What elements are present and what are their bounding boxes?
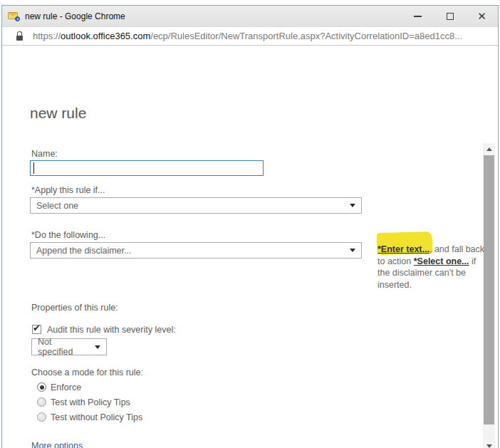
lock-icon[interactable]: [16, 31, 24, 41]
url-domain: outlook.office365.com: [61, 31, 150, 41]
properties-label: Properties of this rule:: [31, 303, 118, 313]
radio-enforce[interactable]: [37, 382, 46, 392]
url-path: /ecp/RulesEditor/NewTransportRule.aspx?A…: [150, 31, 462, 41]
window-title: new rule - Google Chrome: [25, 11, 125, 21]
more-options-link[interactable]: More options: [31, 441, 83, 448]
apply-rule-value: Select one: [36, 201, 78, 211]
disclaimer-note: *Enter text..., and fall back to action …: [377, 244, 489, 291]
enter-text-link[interactable]: *Enter text...: [377, 244, 429, 254]
audit-checkbox[interactable]: ✔: [32, 325, 41, 334]
severity-dropdown[interactable]: Not specified: [31, 338, 107, 355]
radio-test-with-policy-tips[interactable]: [37, 397, 46, 407]
vertical-scrollbar[interactable]: [483, 143, 495, 448]
apply-rule-dropdown[interactable]: Select one: [30, 197, 362, 214]
more-options-clip: More options: [30, 439, 115, 448]
chevron-down-icon: [350, 204, 355, 207]
maximize-icon: [447, 13, 454, 20]
text-caret: [33, 162, 34, 174]
browser-window: new rule - Google Chrome ✕ https://outlo…: [1, 5, 499, 448]
do-following-dropdown[interactable]: Append the disclaimer...: [30, 242, 362, 259]
page-title: new rule: [30, 105, 86, 122]
minimize-icon: [414, 16, 422, 17]
name-label: Name:: [31, 149, 58, 159]
close-button[interactable]: ✕: [466, 6, 498, 26]
mode-label: Choose a mode for this rule:: [31, 368, 143, 377]
scroll-up-button[interactable]: [483, 143, 495, 155]
gear-icon: [15, 16, 20, 21]
url-text[interactable]: https://outlook.office365.com/ecp/RulesE…: [33, 31, 462, 41]
scroll-down-button[interactable]: [483, 440, 495, 448]
radio-test-with-policy-tips-label: Test with Policy Tips: [51, 397, 130, 407]
chevron-down-icon: [350, 249, 355, 252]
scroll-down-icon: [486, 444, 492, 448]
close-icon: ✕: [477, 11, 486, 21]
audit-label: Audit this rule with severity level:: [47, 325, 176, 335]
rule-editor-page: new rule Name: *Apply this rule if... Se…: [2, 46, 498, 448]
checkmark-icon: ✔: [33, 323, 41, 333]
apply-rule-label: *Apply this rule if...: [31, 185, 105, 195]
radio-test-without-policy-tips-label: Test without Policy Tips: [51, 412, 142, 422]
severity-value: Not specified: [38, 337, 86, 357]
address-bar[interactable]: https://outlook.office365.com/ecp/RulesE…: [2, 26, 498, 46]
radio-enforce-label: Enforce: [51, 382, 81, 392]
select-one-link[interactable]: *Select one...: [414, 256, 469, 266]
transport-rule-envelope-icon: [8, 11, 20, 21]
window-controls: ✕: [402, 6, 498, 26]
window-titlebar: new rule - Google Chrome ✕: [2, 6, 498, 26]
url-scheme: https://: [33, 31, 61, 41]
radio-test-without-policy-tips[interactable]: [37, 412, 46, 422]
name-input[interactable]: [30, 160, 264, 176]
scroll-up-icon: [486, 147, 492, 151]
maximize-button[interactable]: [434, 6, 466, 26]
do-following-value: Append the disclaimer...: [36, 246, 131, 256]
chevron-down-icon: [95, 345, 100, 349]
do-following-label: *Do the following...: [31, 230, 105, 240]
minimize-button[interactable]: [402, 6, 434, 26]
